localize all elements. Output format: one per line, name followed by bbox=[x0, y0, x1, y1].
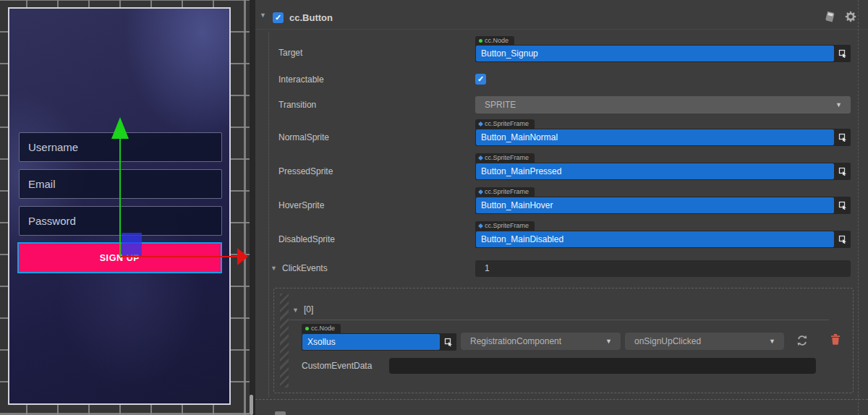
chevron-down-icon: ▼ bbox=[769, 338, 775, 345]
gizmo-x-axis-arrow[interactable] bbox=[237, 248, 248, 265]
scene-scrollbar-thumb[interactable] bbox=[250, 395, 253, 415]
normal-sprite-label: NormalSprite bbox=[278, 132, 329, 142]
pressed-sprite-picker-icon[interactable] bbox=[835, 163, 851, 180]
normal-sprite-reference-field: Button_MainNormal bbox=[475, 129, 851, 146]
scene-view[interactable]: Username Email Password SIGN UP bbox=[0, 0, 250, 415]
refresh-icon[interactable] bbox=[796, 334, 809, 347]
disabled-sprite-label: DisabledSprite bbox=[278, 234, 335, 244]
normal-sprite-picker-icon[interactable] bbox=[835, 129, 851, 146]
gizmo-x-axis-line bbox=[121, 256, 237, 257]
spriteframe-type-dot-icon bbox=[478, 121, 483, 127]
target-reference-field: Button_Signup bbox=[475, 45, 851, 62]
handler-dropdown-value: onSignUpClicked bbox=[634, 336, 701, 346]
interactable-checkbox[interactable]: ✓ bbox=[475, 74, 486, 85]
clickevents-label: ClickEvents bbox=[282, 263, 328, 273]
component-collapse-arrow-icon[interactable]: ▼ bbox=[260, 12, 266, 19]
handler-dropdown[interactable]: onSignUpClicked ▼ bbox=[625, 333, 784, 350]
gizmo-y-axis-line bbox=[119, 139, 121, 257]
clickevents-collapse-arrow-icon[interactable]: ▼ bbox=[271, 265, 277, 272]
hover-sprite-reference-field: Button_MainHover bbox=[475, 197, 851, 214]
array-element-drag-handle[interactable] bbox=[280, 294, 289, 388]
transition-dropdown-value: SPRITE bbox=[485, 100, 516, 110]
hover-sprite-reference-value[interactable]: Button_MainHover bbox=[476, 197, 834, 213]
disabled-sprite-type-tag: cc.SpriteFrame bbox=[475, 221, 535, 231]
inspector-panel: ▼ ✓ cc.Button Target cc.Node Button_ bbox=[255, 0, 868, 415]
interactable-label: Interactable bbox=[278, 74, 324, 85]
spriteframe-type-dot-icon bbox=[478, 189, 483, 194]
element-collapse-arrow-icon[interactable]: ▼ bbox=[292, 307, 299, 314]
target-type-tag-text: cc.Node bbox=[485, 37, 509, 44]
component-dropdown-value: RegistrationComponent bbox=[470, 336, 561, 346]
target-label: Target bbox=[278, 48, 302, 58]
target-picker-icon[interactable] bbox=[835, 45, 851, 62]
clickevents-count-field[interactable]: 1 bbox=[475, 260, 851, 277]
chevron-down-icon: ▼ bbox=[605, 338, 612, 345]
pressed-sprite-reference-value[interactable]: Button_MainPressed bbox=[476, 163, 834, 179]
element-index-label: [0] bbox=[304, 304, 313, 315]
disabled-sprite-type-tag-text: cc.SpriteFrame bbox=[485, 222, 529, 229]
event-node-picker-icon[interactable] bbox=[441, 333, 456, 351]
transition-label: Transition bbox=[278, 100, 316, 110]
disabled-sprite-reference-field: Button_MainDisabled bbox=[475, 231, 851, 248]
event-node-reference-field: Xsollus bbox=[302, 333, 456, 351]
event-node-reference-value[interactable]: Xsollus bbox=[302, 334, 440, 350]
component-dropdown[interactable]: RegistrationComponent ▼ bbox=[461, 333, 621, 350]
event-node-type-tag-text: cc.Node bbox=[311, 325, 335, 332]
inspector-right-edge bbox=[858, 0, 859, 415]
custom-event-data-label: CustomEventData bbox=[302, 361, 372, 371]
chevron-down-icon: ▼ bbox=[835, 101, 842, 108]
custom-event-data-input[interactable] bbox=[389, 358, 816, 374]
normal-sprite-type-tag-text: cc.SpriteFrame bbox=[485, 120, 529, 127]
gizmo-y-axis-arrow[interactable] bbox=[111, 117, 129, 139]
docs-book-icon[interactable] bbox=[824, 11, 835, 25]
gear-icon[interactable] bbox=[845, 11, 856, 25]
node-type-dot-icon bbox=[479, 39, 482, 43]
node-type-dot-icon bbox=[305, 327, 309, 330]
component-enabled-checkbox[interactable]: ✓ bbox=[273, 12, 284, 23]
disabled-sprite-picker-icon[interactable] bbox=[835, 231, 851, 248]
event-node-type-tag: cc.Node bbox=[302, 324, 341, 333]
header-separator bbox=[255, 29, 868, 30]
panel-divider[interactable] bbox=[250, 0, 255, 415]
hover-sprite-type-tag-text: cc.SpriteFrame bbox=[485, 188, 529, 195]
hover-sprite-type-tag: cc.SpriteFrame bbox=[475, 187, 535, 197]
spriteframe-type-dot-icon bbox=[478, 223, 483, 228]
disabled-sprite-reference-value[interactable]: Button_MainDisabled bbox=[476, 231, 834, 247]
pressed-sprite-label: PressedSprite bbox=[278, 166, 333, 176]
spriteframe-type-dot-icon bbox=[478, 155, 483, 161]
pressed-sprite-type-tag: cc.SpriteFrame bbox=[475, 153, 535, 163]
component-bottom-separator bbox=[255, 399, 868, 400]
gizmo-xy-handle[interactable] bbox=[122, 233, 142, 256]
transition-dropdown[interactable]: SPRITE ▼ bbox=[475, 96, 851, 114]
hover-sprite-picker-icon[interactable] bbox=[835, 197, 851, 214]
normal-sprite-type-tag: cc.SpriteFrame bbox=[475, 119, 535, 129]
event-handler-box: ▼ [0] cc.Node Xsollus RegistrationCompon… bbox=[273, 288, 854, 393]
target-reference-value[interactable]: Button_Signup bbox=[476, 46, 834, 61]
pressed-sprite-type-tag-text: cc.SpriteFrame bbox=[485, 154, 529, 161]
hover-sprite-label: HoverSprite bbox=[278, 200, 324, 210]
component-title: cc.Button bbox=[289, 12, 333, 23]
indent-guide-line bbox=[268, 32, 269, 397]
pressed-sprite-reference-field: Button_MainPressed bbox=[475, 163, 851, 180]
normal-sprite-reference-value[interactable]: Button_MainNormal bbox=[476, 129, 834, 145]
element-separator bbox=[289, 320, 829, 320]
next-component-stub bbox=[275, 411, 286, 415]
trash-icon[interactable] bbox=[830, 333, 841, 345]
